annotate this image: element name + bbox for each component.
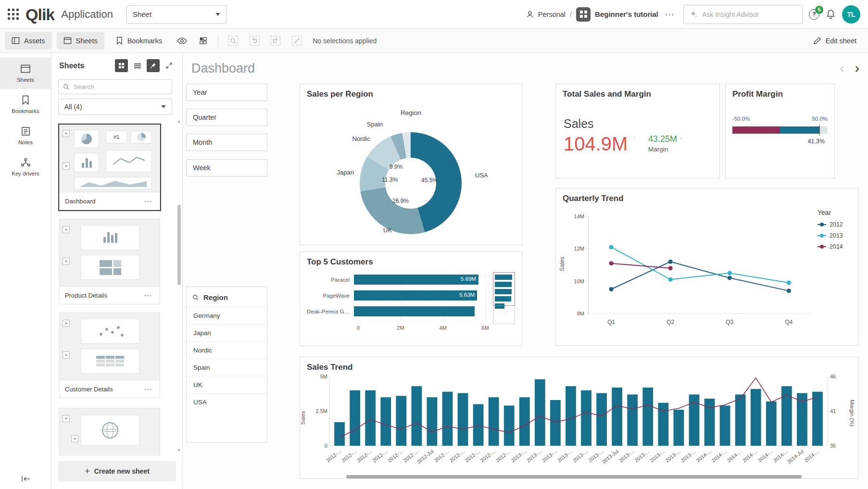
quarterly-trend-plot[interactable]: 8M10M12M14MQ1Q2Q3Q4 bbox=[568, 210, 818, 331]
top5-scroll-preview[interactable] bbox=[493, 272, 515, 324]
bar[interactable] bbox=[442, 392, 453, 446]
region-item-spain[interactable]: Spain bbox=[187, 359, 267, 376]
app-title[interactable]: Beginner's tutorial bbox=[595, 10, 658, 18]
sheet-selector-dropdown[interactable]: Sheet bbox=[126, 5, 226, 24]
sheet-card-customer-details[interactable]: ➤ ➤ Customer Details ⋯ bbox=[59, 313, 160, 398]
assets-button[interactable]: Assets bbox=[5, 32, 52, 50]
help-button[interactable]: ? 5 bbox=[809, 9, 819, 20]
bar[interactable]: 5.69M bbox=[354, 275, 478, 285]
bar[interactable] bbox=[334, 422, 345, 446]
legend-item-2013[interactable]: 2013 bbox=[818, 232, 853, 239]
legend-item-2014[interactable]: 2014 bbox=[818, 243, 853, 250]
edit-sheet-button[interactable]: Edit sheet bbox=[806, 32, 864, 50]
bar[interactable] bbox=[396, 396, 406, 446]
bar[interactable] bbox=[766, 401, 777, 446]
bar[interactable] bbox=[581, 390, 591, 446]
sheet-card-product-details[interactable]: ➤ ➤ Product Details ⋯ bbox=[59, 219, 160, 304]
rail-item-key-drivers[interactable]: Key drivers bbox=[0, 151, 51, 183]
bar[interactable] bbox=[812, 392, 823, 446]
bar[interactable] bbox=[365, 390, 376, 446]
bar[interactable] bbox=[350, 390, 360, 446]
bar[interactable] bbox=[627, 394, 638, 446]
filter-pane-quarter[interactable]: Quarter bbox=[186, 109, 267, 126]
user-avatar[interactable]: TL bbox=[842, 5, 860, 24]
selections-forward-button[interactable] bbox=[267, 33, 284, 49]
app-overflow-menu[interactable]: ⋯ bbox=[663, 9, 677, 20]
sheet-card-partial[interactable]: ➤ ➤ bbox=[59, 408, 160, 456]
bookmarks-button[interactable]: Bookmarks bbox=[109, 32, 169, 50]
top5-bar-row[interactable]: Paracel5.69M bbox=[307, 273, 485, 286]
sheets-filter-dropdown[interactable]: All (4) bbox=[58, 99, 172, 115]
bar[interactable] bbox=[504, 405, 515, 446]
rail-item-sheets[interactable]: Sheets bbox=[0, 58, 51, 89]
bar[interactable]: 5.63M bbox=[354, 290, 477, 301]
workspace-label[interactable]: Personal bbox=[538, 11, 566, 18]
sales-per-region-donut[interactable] bbox=[360, 132, 462, 234]
bar[interactable] bbox=[519, 397, 530, 446]
bar[interactable] bbox=[427, 397, 438, 446]
qlik-logo[interactable]: Qlik bbox=[25, 6, 54, 23]
region-item-usa[interactable]: USA bbox=[187, 393, 267, 411]
sheets-button[interactable]: Sheets bbox=[57, 32, 104, 50]
panel-scrollbar-thumb[interactable] bbox=[177, 205, 181, 285]
filter-pane-month[interactable]: Month bbox=[186, 134, 267, 151]
preview-window[interactable] bbox=[493, 272, 515, 306]
bar[interactable] bbox=[473, 404, 484, 446]
filter-pane-week[interactable]: Week bbox=[186, 159, 267, 176]
rail-item-bookmarks[interactable]: Bookmarks bbox=[0, 89, 51, 120]
previous-sheet-button[interactable]: ‹ bbox=[840, 62, 844, 75]
bar[interactable] bbox=[550, 400, 561, 446]
clear-selections-button[interactable] bbox=[289, 33, 305, 49]
sales-trend-plot[interactable]: 02.5M5M3641462012-...2012-...2012-...201… bbox=[314, 373, 844, 476]
app-launcher-icon[interactable] bbox=[8, 9, 19, 20]
top5-bar-plot[interactable]: Paracel5.69MPageWave5.63MDeak-Perera Gr.… bbox=[307, 273, 485, 323]
sheets-search-box[interactable] bbox=[58, 79, 172, 94]
bar[interactable] bbox=[596, 393, 607, 446]
search-selections-button[interactable] bbox=[225, 33, 241, 49]
bar[interactable] bbox=[720, 405, 730, 446]
sales-trend-scrollbar-thumb[interactable] bbox=[346, 475, 802, 478]
sheet-menu-button[interactable]: ⋯ bbox=[142, 197, 154, 206]
region-item-germany[interactable]: Germany bbox=[187, 307, 267, 324]
legend-item-2012[interactable]: 2012 bbox=[818, 221, 853, 228]
collapse-rail-button[interactable] bbox=[0, 476, 51, 482]
sheet-card-dashboard[interactable]: ➤ ➤ #1 Dashboard ⋯ bbox=[59, 125, 160, 210]
show-hide-button[interactable] bbox=[174, 33, 190, 49]
sheet-menu-button[interactable]: ⋯ bbox=[142, 291, 154, 300]
filter-pane-year[interactable]: Year bbox=[186, 84, 267, 101]
bar[interactable] bbox=[535, 379, 545, 446]
rail-item-notes[interactable]: Notes bbox=[0, 120, 51, 151]
profit-margin-gauge[interactable] bbox=[732, 126, 828, 134]
bar[interactable] bbox=[674, 410, 684, 446]
chart-suggestions-button[interactable] bbox=[195, 33, 211, 49]
create-new-sheet-button[interactable]: + Create new sheet bbox=[58, 461, 176, 481]
bar[interactable] bbox=[704, 399, 715, 446]
notifications-button[interactable] bbox=[826, 9, 836, 19]
selections-back-button[interactable] bbox=[246, 33, 263, 49]
list-view-toggle[interactable] bbox=[131, 59, 144, 72]
bar[interactable] bbox=[751, 389, 761, 446]
bar[interactable] bbox=[735, 394, 746, 446]
panel-scroll-down[interactable]: ▼ bbox=[177, 448, 181, 452]
bar[interactable] bbox=[411, 386, 422, 446]
bar[interactable] bbox=[612, 388, 622, 446]
bar[interactable] bbox=[642, 388, 653, 446]
top5-bar-row[interactable]: Deak-Perera Gr... bbox=[307, 305, 485, 318]
top5-bar-row[interactable]: PageWave5.63M bbox=[307, 289, 485, 302]
region-item-japan[interactable]: Japan bbox=[187, 324, 267, 341]
sheet-menu-button[interactable]: ⋯ bbox=[142, 385, 154, 394]
sheets-search-input[interactable] bbox=[74, 83, 167, 90]
insight-advisor-search[interactable] bbox=[683, 5, 803, 24]
bar[interactable] bbox=[489, 397, 499, 446]
insight-advisor-input[interactable] bbox=[702, 11, 796, 18]
bar[interactable] bbox=[458, 393, 468, 446]
pin-panel-button[interactable] bbox=[147, 59, 160, 72]
next-sheet-button[interactable]: › bbox=[855, 62, 859, 75]
bar[interactable] bbox=[797, 393, 807, 446]
expand-panel-button[interactable] bbox=[163, 59, 176, 72]
region-item-nordic[interactable]: Nordic bbox=[187, 341, 267, 359]
bar[interactable] bbox=[354, 306, 475, 316]
bar[interactable] bbox=[566, 386, 576, 446]
grid-view-toggle[interactable] bbox=[115, 59, 128, 72]
panel-scroll-up[interactable]: ▲ bbox=[177, 119, 181, 124]
